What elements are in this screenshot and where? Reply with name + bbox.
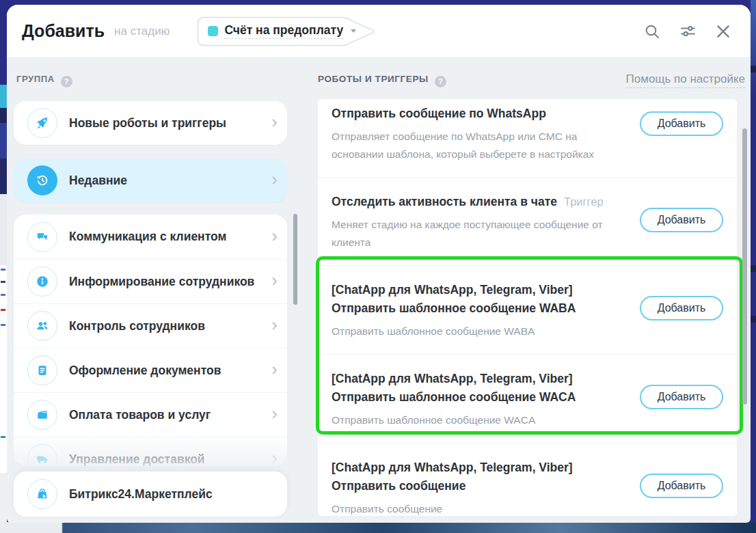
robot-row-highlighted: [ChatApp для WhatsApp, Telegram, Viber] … [318,265,737,354]
help-icon[interactable]: ? [435,76,446,87]
sidebar-item-recent[interactable]: Недавние › [14,159,287,202]
sidebar-scrollbar-thumb[interactable] [293,214,297,305]
dialog-header: Добавить на стадию Счёт на предоплату [7,5,751,58]
robots-list: Отправить сообщение по WhatsApp Отправля… [318,99,737,516]
rocket-icon [27,108,57,138]
sidebar-item-label: Контроль сотрудников [69,319,271,333]
robot-description: Отправить шаблонное сообщение WABA [332,323,629,340]
stage-label: Счёт на предоплату [224,23,343,39]
underlay-text-fragment [1,269,5,271]
page-frame-bottom [0,522,756,533]
people-icon [27,311,57,341]
underlay-text-fragment [1,436,5,438]
close-icon[interactable] [714,22,733,41]
dialog-title: Добавить [22,21,105,41]
underlay-mark [751,66,756,72]
chevron-right-icon: › [271,405,278,422]
sidebar-item-label: Недавние [69,174,271,188]
sidebar-item-payment[interactable]: Оплата товаров и услуг › [14,392,287,437]
chevron-right-icon: › [271,360,278,378]
dialog-subtitle: на стадию [114,25,170,38]
add-robot-dialog: Добавить на стадию Счёт на предоплату [7,5,751,523]
history-icon [27,165,57,195]
chat-icon [27,222,57,252]
robot-title: Отследить активность клиента в чате [332,195,557,208]
sidebar-item-label: Управление доставкой [69,452,271,467]
sidebar-item-label: Новые роботы и триггеры [69,116,271,131]
sidebar-item-delivery[interactable]: Управление доставкой › [14,437,287,466]
add-button[interactable]: Добавить [640,296,723,320]
sidebar-item-documents[interactable]: Оформление документов › [14,348,287,392]
marketplace-icon [27,479,57,509]
chevron-right-icon: › [271,227,278,245]
robots-section-label: РОБОТЫ И ТРИГГЕРЫ [318,74,429,84]
sidebar-item-label: Оформление документов [69,364,271,378]
sidebar-item-informing[interactable]: Информирование сотрудников › [14,259,287,303]
chevron-right-icon: › [271,271,278,289]
document-icon [27,355,57,385]
robot-title: [ChatApp для WhatsApp, Telegram, Viber] … [332,372,576,404]
sidebar-item-label: Информирование сотрудников [69,275,271,289]
chevron-right-icon: › [271,449,278,466]
underlay-text-fragment [1,294,5,296]
help-icon[interactable]: ? [61,76,72,87]
search-icon[interactable] [643,22,662,41]
robot-row: Отследить активность клиента в чатеТригг… [318,177,737,265]
add-button[interactable]: Добавить [640,385,723,409]
robot-row-highlighted: [ChatApp для WhatsApp, Telegram, Viber] … [318,354,737,443]
robot-row: [ChatApp для WhatsApp, Telegram, Viber] … [318,443,737,516]
underlay-text-fragment [1,324,5,326]
settings-icon[interactable] [678,22,697,41]
robot-title: [ChatApp для WhatsApp, Telegram, Viber] … [332,461,573,493]
robot-description: Отправляет сообщение по WhatsApp или СМС… [332,128,629,163]
robot-description: Отправить шаблонное сообщение WACA [332,411,629,429]
robot-title: Отправить сообщение по WhatsApp [332,107,546,120]
robots-section-header: РОБОТЫ И ТРИГГЕРЫ? Помощь по настройке [318,72,745,88]
add-button[interactable]: Добавить [640,208,723,232]
underlay-mark [751,316,756,323]
chevron-down-icon [351,29,356,33]
robot-title: [ChatApp для WhatsApp, Telegram, Viber] … [332,283,576,315]
setup-help-link[interactable]: Помощь по настройке [626,72,745,88]
stage-selector[interactable]: Счёт на предоплату [197,16,376,46]
sidebar-item-marketplace[interactable]: Битрикс24.Маркетплейс [14,472,287,517]
page-frame-right [751,0,756,533]
sidebar-item-label: Оплата товаров и услуг [69,408,271,422]
chevron-right-icon: › [271,316,278,333]
trigger-badge: Триггер [564,195,604,208]
dialog-body: ГРУППА? Новые роботы и триггеры › [7,59,751,523]
sidebar-item-communication[interactable]: Коммуникация с клиентом › [14,215,287,259]
underlay-mark [751,265,756,272]
robot-description: Меняет стадию на каждое поступающее сооб… [332,216,629,251]
chevron-right-icon: › [271,170,278,188]
robot-row: Отправить сообщение по WhatsApp Отправля… [318,99,737,177]
robots-scrollbar-thumb[interactable] [742,128,747,405]
sidebar-item-label: Коммуникация с клиентом [69,230,271,244]
stage-color-dot [208,26,218,36]
delivery-icon [27,444,57,466]
robot-description: Отправить сообщение [332,500,629,516]
underlay-text-fragment [1,281,5,283]
chevron-right-icon: › [271,113,278,131]
add-button[interactable]: Добавить [640,111,723,136]
page-frame-left [0,0,7,533]
info-icon [27,266,57,297]
group-section-label: ГРУППА [16,74,55,84]
sidebar-group-list: Коммуникация с клиентом › Информирование… [14,215,287,466]
add-button[interactable]: Добавить [640,474,723,498]
sidebar-item-new-robots[interactable]: Новые роботы и триггеры › [14,101,287,145]
group-section-header: ГРУППА? [16,72,72,87]
payment-icon [27,400,57,430]
sidebar-item-label: Битрикс24.Маркетплейс [69,487,278,502]
underlay-text-fragment [1,309,5,311]
screen: Добавить на стадию Счёт на предоплату [0,0,756,533]
sidebar-item-control[interactable]: Контроль сотрудников › [14,303,287,348]
